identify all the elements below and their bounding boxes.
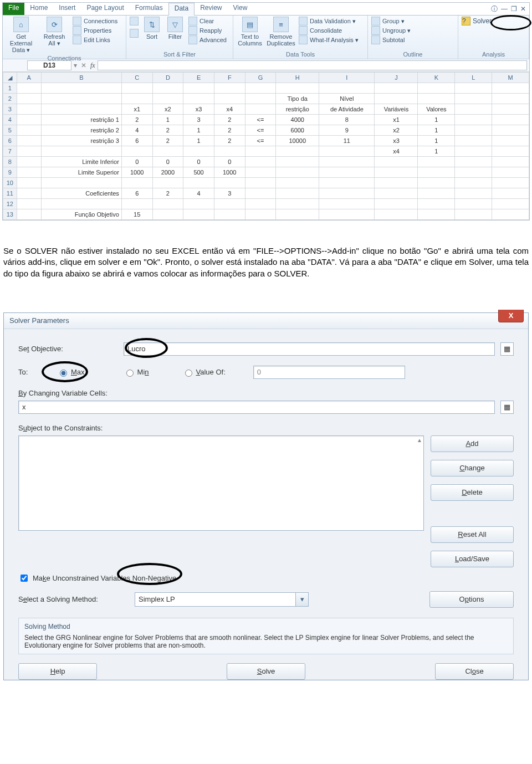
cell-C3[interactable]: x1 bbox=[121, 104, 152, 115]
cell-C13[interactable]: 15 bbox=[121, 209, 152, 220]
cell-K3[interactable]: Valores bbox=[418, 104, 455, 115]
tab-data[interactable]: Data bbox=[168, 3, 195, 16]
col-header-A[interactable]: A bbox=[17, 73, 42, 83]
edit-links-button[interactable]: Edit Links bbox=[73, 35, 117, 44]
cell-B6[interactable]: restrição 3 bbox=[42, 136, 122, 146]
cell-C12[interactable] bbox=[121, 199, 152, 209]
cell-J3[interactable]: Variáveis bbox=[375, 104, 418, 115]
options-button[interactable]: Options bbox=[429, 591, 514, 608]
scroll-up-icon[interactable]: ▲ bbox=[417, 437, 422, 443]
cell-M2[interactable] bbox=[492, 94, 529, 104]
cell-C8[interactable]: 0 bbox=[121, 157, 152, 167]
col-header-L[interactable]: L bbox=[455, 73, 492, 83]
cell-F10[interactable] bbox=[214, 178, 245, 188]
cell-B10[interactable] bbox=[42, 178, 122, 188]
cell-A11[interactable] bbox=[17, 188, 42, 199]
row-header-6[interactable]: 6 bbox=[3, 136, 17, 146]
cell-K9[interactable] bbox=[418, 167, 455, 178]
cell-H4[interactable]: 4000 bbox=[276, 115, 319, 125]
cell-E5[interactable]: 1 bbox=[183, 125, 214, 136]
cell-B4[interactable]: restrição 1 bbox=[42, 115, 122, 125]
row-header-10[interactable]: 10 bbox=[3, 178, 17, 188]
cell-M6[interactable] bbox=[492, 136, 529, 146]
cell-J13[interactable] bbox=[375, 209, 418, 220]
cell-E9[interactable]: 500 bbox=[183, 167, 214, 178]
cell-I3[interactable]: de Atividade bbox=[319, 104, 375, 115]
col-header-H[interactable]: H bbox=[276, 73, 319, 83]
row-header-5[interactable]: 5 bbox=[3, 125, 17, 136]
cell-I9[interactable] bbox=[319, 167, 375, 178]
cell-L3[interactable] bbox=[455, 104, 492, 115]
cell-G9[interactable] bbox=[245, 167, 276, 178]
cell-F8[interactable]: 0 bbox=[214, 157, 245, 167]
cell-E7[interactable] bbox=[183, 146, 214, 157]
cell-J11[interactable] bbox=[375, 188, 418, 199]
cell-F2[interactable] bbox=[214, 94, 245, 104]
cell-K11[interactable] bbox=[418, 188, 455, 199]
cell-D1[interactable] bbox=[152, 83, 183, 94]
solve-button[interactable]: Solve bbox=[227, 663, 305, 680]
cell-A12[interactable] bbox=[17, 199, 42, 209]
advanced-button[interactable]: Advanced bbox=[188, 35, 227, 44]
tab-page-layout[interactable]: Page Layout bbox=[81, 3, 129, 15]
add-button[interactable]: Add bbox=[431, 435, 514, 452]
get-external-data-button[interactable]: ⌂ Get External Data ▾ bbox=[6, 17, 36, 54]
range-picker-icon[interactable]: ▦ bbox=[500, 401, 514, 414]
cell-C11[interactable]: 6 bbox=[121, 188, 152, 199]
cell-B2[interactable] bbox=[42, 94, 122, 104]
cell-K5[interactable]: 1 bbox=[418, 125, 455, 136]
row-header-3[interactable]: 3 bbox=[3, 104, 17, 115]
cell-L9[interactable] bbox=[455, 167, 492, 178]
reset-all-button[interactable]: Reset All bbox=[431, 526, 514, 543]
cell-A6[interactable] bbox=[17, 136, 42, 146]
dialog-titlebar[interactable]: Solver Parameters X bbox=[4, 313, 528, 329]
cell-L4[interactable] bbox=[455, 115, 492, 125]
consolidate-button[interactable]: Consolidate bbox=[299, 26, 359, 35]
cell-F9[interactable]: 1000 bbox=[214, 167, 245, 178]
cell-K12[interactable] bbox=[418, 199, 455, 209]
row-header-2[interactable]: 2 bbox=[3, 94, 17, 104]
cell-H9[interactable] bbox=[276, 167, 319, 178]
cell-J4[interactable]: x1 bbox=[375, 115, 418, 125]
cell-J1[interactable] bbox=[375, 83, 418, 94]
cell-L2[interactable] bbox=[455, 94, 492, 104]
formula-input[interactable] bbox=[98, 60, 527, 70]
chevron-down-icon[interactable]: ▾ bbox=[295, 593, 308, 606]
cell-F4[interactable]: 2 bbox=[214, 115, 245, 125]
bycells-input[interactable]: x bbox=[18, 401, 495, 414]
cell-I6[interactable]: 11 bbox=[319, 136, 375, 146]
radio-valueof[interactable]: Value Of: bbox=[182, 368, 226, 377]
method-select[interactable]: Simplex LP ▾ bbox=[135, 592, 309, 607]
cell-E11[interactable]: 4 bbox=[183, 188, 214, 199]
cell-G13[interactable] bbox=[245, 209, 276, 220]
cell-B5[interactable]: restrição 2 bbox=[42, 125, 122, 136]
cell-L1[interactable] bbox=[455, 83, 492, 94]
cell-C5[interactable]: 4 bbox=[121, 125, 152, 136]
cell-K10[interactable] bbox=[418, 178, 455, 188]
cell-D3[interactable]: x2 bbox=[152, 104, 183, 115]
help-button[interactable]: Help bbox=[18, 663, 97, 680]
nonneg-checkbox[interactable]: Make Unconstrained Variables Non-Negativ… bbox=[18, 573, 514, 583]
cell-G7[interactable] bbox=[245, 146, 276, 157]
valueof-input[interactable]: 0 bbox=[253, 366, 405, 379]
filter-button[interactable]: ▽ Filter bbox=[165, 17, 185, 40]
cell-A13[interactable] bbox=[17, 209, 42, 220]
col-header-M[interactable]: M bbox=[492, 73, 529, 83]
close-button[interactable]: Close bbox=[435, 663, 514, 680]
cell-D13[interactable] bbox=[152, 209, 183, 220]
cell-M1[interactable] bbox=[492, 83, 529, 94]
cell-M12[interactable] bbox=[492, 199, 529, 209]
cell-F3[interactable]: x4 bbox=[214, 104, 245, 115]
cell-B12[interactable] bbox=[42, 199, 122, 209]
cell-C10[interactable] bbox=[121, 178, 152, 188]
tab-formulas[interactable]: Formulas bbox=[130, 3, 168, 15]
cell-L13[interactable] bbox=[455, 209, 492, 220]
cell-H12[interactable] bbox=[276, 199, 319, 209]
cell-D5[interactable]: 2 bbox=[152, 125, 183, 136]
cell-B3[interactable] bbox=[42, 104, 122, 115]
cell-M11[interactable] bbox=[492, 188, 529, 199]
dropdown-icon[interactable]: ▾ bbox=[74, 61, 77, 69]
cell-J2[interactable] bbox=[375, 94, 418, 104]
cell-D6[interactable]: 2 bbox=[152, 136, 183, 146]
text-to-columns-button[interactable]: ▤ Text to Columns bbox=[237, 17, 263, 47]
